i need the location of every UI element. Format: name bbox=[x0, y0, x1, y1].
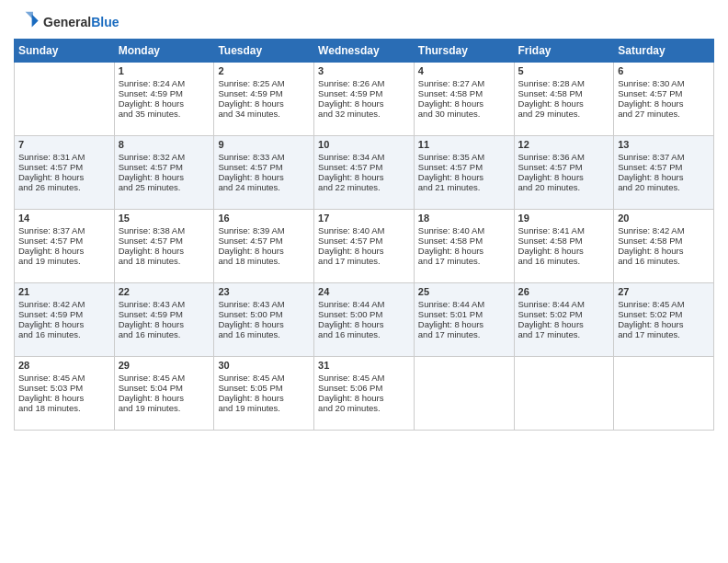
sunset-text: Sunset: 5:03 PM bbox=[18, 383, 110, 393]
calendar-cell: 17Sunrise: 8:40 AMSunset: 4:57 PMDayligh… bbox=[314, 210, 415, 283]
sunset-text: Sunset: 5:04 PM bbox=[119, 383, 210, 393]
calendar-cell: 27Sunrise: 8:45 AMSunset: 5:02 PMDayligh… bbox=[614, 283, 714, 357]
daylight-text: Daylight: 8 hours bbox=[218, 246, 310, 256]
sunset-text: Sunset: 4:59 PM bbox=[18, 309, 110, 319]
calendar-cell: 16Sunrise: 8:39 AMSunset: 4:57 PMDayligh… bbox=[214, 210, 314, 283]
sunset-text: Sunset: 4:58 PM bbox=[518, 88, 610, 98]
sunset-text: Sunset: 4:57 PM bbox=[318, 236, 410, 246]
daylight-text: Daylight: 8 hours bbox=[119, 393, 210, 403]
daylight-text-cont: and 24 minutes. bbox=[218, 182, 310, 192]
daylight-text-cont: and 17 minutes. bbox=[318, 256, 410, 266]
calendar-cell: 29Sunrise: 8:45 AMSunset: 5:04 PMDayligh… bbox=[114, 357, 214, 431]
sunset-text: Sunset: 4:59 PM bbox=[218, 88, 310, 98]
sunset-text: Sunset: 5:02 PM bbox=[618, 309, 710, 319]
sunrise-text: Sunrise: 8:41 AM bbox=[518, 225, 610, 236]
daylight-text-cont: and 22 minutes. bbox=[318, 182, 410, 192]
sunrise-text: Sunrise: 8:25 AM bbox=[218, 78, 310, 88]
daylight-text-cont: and 16 minutes. bbox=[18, 329, 110, 339]
weekday-header-saturday: Saturday bbox=[614, 40, 714, 63]
sunrise-text: Sunrise: 8:42 AM bbox=[18, 299, 110, 309]
sunrise-text: Sunrise: 8:40 AM bbox=[318, 225, 410, 236]
daylight-text: Daylight: 8 hours bbox=[119, 98, 210, 109]
daylight-text-cont: and 17 minutes. bbox=[618, 329, 710, 339]
daylight-text: Daylight: 8 hours bbox=[318, 246, 410, 256]
daylight-text: Daylight: 8 hours bbox=[418, 246, 510, 256]
day-number: 24 bbox=[318, 286, 410, 297]
daylight-text-cont: and 29 minutes. bbox=[518, 109, 610, 119]
logo-text: GeneralBlue bbox=[43, 15, 119, 29]
daylight-text: Daylight: 8 hours bbox=[518, 319, 610, 329]
sunrise-text: Sunrise: 8:28 AM bbox=[518, 78, 610, 88]
sunset-text: Sunset: 5:06 PM bbox=[318, 383, 410, 393]
weekday-header-monday: Monday bbox=[114, 40, 214, 63]
sunrise-text: Sunrise: 8:32 AM bbox=[119, 152, 210, 162]
sunset-text: Sunset: 4:57 PM bbox=[218, 162, 310, 172]
daylight-text: Daylight: 8 hours bbox=[518, 98, 610, 109]
calendar-cell bbox=[614, 357, 714, 431]
day-number: 18 bbox=[418, 213, 510, 224]
sunrise-text: Sunrise: 8:43 AM bbox=[218, 299, 310, 309]
logo-icon bbox=[14, 9, 40, 35]
calendar-cell: 25Sunrise: 8:44 AMSunset: 5:01 PMDayligh… bbox=[414, 283, 514, 357]
sunset-text: Sunset: 4:58 PM bbox=[518, 236, 610, 246]
sunrise-text: Sunrise: 8:44 AM bbox=[518, 299, 610, 309]
daylight-text-cont: and 19 minutes. bbox=[18, 256, 110, 266]
calendar-cell: 7Sunrise: 8:31 AMSunset: 4:57 PMDaylight… bbox=[15, 136, 115, 210]
daylight-text-cont: and 30 minutes. bbox=[418, 109, 510, 119]
sunset-text: Sunset: 4:57 PM bbox=[18, 236, 110, 246]
day-number: 2 bbox=[218, 65, 310, 76]
day-number: 31 bbox=[318, 360, 410, 371]
calendar-week-row: 28Sunrise: 8:45 AMSunset: 5:03 PMDayligh… bbox=[15, 357, 714, 431]
day-number: 4 bbox=[418, 65, 510, 76]
day-number: 13 bbox=[618, 139, 710, 150]
daylight-text-cont: and 34 minutes. bbox=[218, 109, 310, 119]
sunrise-text: Sunrise: 8:37 AM bbox=[618, 152, 710, 162]
calendar-cell: 4Sunrise: 8:27 AMSunset: 4:58 PMDaylight… bbox=[414, 63, 514, 136]
daylight-text-cont: and 16 minutes. bbox=[618, 256, 710, 266]
sunset-text: Sunset: 5:02 PM bbox=[518, 309, 610, 319]
daylight-text-cont: and 25 minutes. bbox=[119, 182, 210, 192]
day-number: 27 bbox=[618, 286, 710, 297]
weekday-header-row: SundayMondayTuesdayWednesdayThursdayFrid… bbox=[15, 40, 714, 63]
sunset-text: Sunset: 4:57 PM bbox=[119, 162, 210, 172]
day-number: 10 bbox=[318, 139, 410, 150]
calendar-cell: 11Sunrise: 8:35 AMSunset: 4:57 PMDayligh… bbox=[414, 136, 514, 210]
sunset-text: Sunset: 5:00 PM bbox=[218, 309, 310, 319]
calendar-cell: 20Sunrise: 8:42 AMSunset: 4:58 PMDayligh… bbox=[614, 210, 714, 283]
calendar-cell bbox=[15, 63, 115, 136]
sunrise-text: Sunrise: 8:36 AM bbox=[518, 152, 610, 162]
daylight-text-cont: and 32 minutes. bbox=[318, 109, 410, 119]
sunrise-text: Sunrise: 8:30 AM bbox=[618, 78, 710, 88]
header: GeneralBlue bbox=[14, 9, 714, 35]
day-number: 21 bbox=[18, 286, 110, 297]
sunset-text: Sunset: 4:57 PM bbox=[218, 236, 310, 246]
calendar-cell: 5Sunrise: 8:28 AMSunset: 4:58 PMDaylight… bbox=[514, 63, 614, 136]
sunset-text: Sunset: 5:05 PM bbox=[218, 383, 310, 393]
calendar-cell: 3Sunrise: 8:26 AMSunset: 4:59 PMDaylight… bbox=[314, 63, 415, 136]
daylight-text-cont: and 18 minutes. bbox=[119, 256, 210, 266]
day-number: 7 bbox=[18, 139, 110, 150]
sunrise-text: Sunrise: 8:45 AM bbox=[119, 373, 210, 383]
sunset-text: Sunset: 4:59 PM bbox=[119, 88, 210, 98]
daylight-text-cont: and 18 minutes. bbox=[218, 256, 310, 266]
day-number: 1 bbox=[119, 65, 210, 76]
daylight-text: Daylight: 8 hours bbox=[618, 98, 710, 109]
daylight-text: Daylight: 8 hours bbox=[218, 172, 310, 182]
sunset-text: Sunset: 4:58 PM bbox=[618, 236, 710, 246]
day-number: 16 bbox=[218, 213, 310, 224]
daylight-text: Daylight: 8 hours bbox=[318, 172, 410, 182]
daylight-text: Daylight: 8 hours bbox=[418, 319, 510, 329]
calendar-cell: 1Sunrise: 8:24 AMSunset: 4:59 PMDaylight… bbox=[114, 63, 214, 136]
sunrise-text: Sunrise: 8:26 AM bbox=[318, 78, 410, 88]
calendar-cell: 30Sunrise: 8:45 AMSunset: 5:05 PMDayligh… bbox=[214, 357, 314, 431]
weekday-header-sunday: Sunday bbox=[15, 40, 115, 63]
sunset-text: Sunset: 4:57 PM bbox=[618, 88, 710, 98]
sunrise-text: Sunrise: 8:43 AM bbox=[119, 299, 210, 309]
sunrise-text: Sunrise: 8:33 AM bbox=[218, 152, 310, 162]
weekday-header-friday: Friday bbox=[514, 40, 614, 63]
calendar-cell bbox=[514, 357, 614, 431]
daylight-text-cont: and 26 minutes. bbox=[18, 182, 110, 192]
sunrise-text: Sunrise: 8:34 AM bbox=[318, 152, 410, 162]
daylight-text: Daylight: 8 hours bbox=[218, 319, 310, 329]
sunrise-text: Sunrise: 8:38 AM bbox=[119, 225, 210, 236]
